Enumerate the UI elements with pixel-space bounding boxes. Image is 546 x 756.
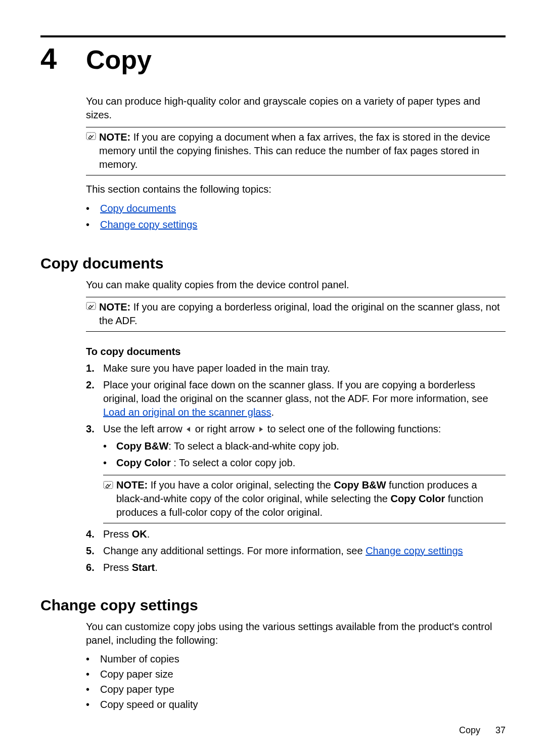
step-1-text: Make sure you have paper loaded in the m… [103, 363, 330, 374]
step-3-sublist: Copy B&W: To select a black-and-white co… [103, 439, 506, 470]
step-4-b: . [147, 528, 150, 540]
step-3-text-a: Use the left arrow [103, 423, 185, 434]
topic-item: Change copy settings [86, 216, 506, 233]
chapter-rule [40, 35, 506, 37]
step-2-text-b: . [271, 407, 274, 418]
sub-item-color: Copy Color : To select a color copy job. [103, 456, 506, 470]
step-2-text-a: Place your original face down on the sca… [103, 379, 488, 404]
copy-color-label: Copy Color [116, 457, 171, 468]
step-2: Place your original face down on the sca… [86, 378, 506, 419]
note-block-color-original: NOTE: If you have a color original, sele… [103, 475, 506, 523]
chapter-header: 4 Copy [40, 41, 506, 75]
list-item: Copy paper type [86, 682, 506, 697]
link-copy-documents[interactable]: Copy documents [100, 200, 176, 216]
note-label: NOTE: [116, 479, 148, 491]
step-5-a: Change any additional settings. For more… [103, 545, 366, 556]
section-title-change-copy-settings: Change copy settings [40, 597, 506, 614]
note-icon [86, 132, 99, 143]
chapter-number: 4 [40, 41, 86, 75]
list-item: Number of copies [86, 651, 506, 666]
page-footer: Copy 37 [459, 725, 506, 736]
left-arrow-icon [185, 423, 192, 436]
setting-item: Copy paper size [100, 666, 173, 682]
note-text: NOTE: If you have a color original, sele… [116, 478, 506, 519]
step-3: Use the left arrow or right arrow to sel… [86, 422, 506, 523]
copy-bw-text: : To select a black-and-white copy job. [168, 440, 339, 452]
note-part-a: If you have a color original, selecting … [151, 479, 334, 491]
step-1: Make sure you have paper loaded in the m… [86, 362, 506, 375]
setting-item: Copy paper type [100, 682, 174, 697]
note-text: NOTE: If you are copying a document when… [99, 130, 506, 171]
step-5: Change any additional settings. For more… [86, 544, 506, 558]
note-body: If you are copying a borderless original… [99, 301, 500, 326]
topic-list: Copy documents Change copy settings [86, 200, 506, 233]
topics-intro: This section contains the following topi… [86, 183, 506, 196]
note-block-fax: NOTE: If you are copying a document when… [86, 127, 506, 175]
note-icon [103, 480, 116, 494]
section-title-copy-documents: Copy documents [40, 255, 506, 272]
intro-paragraph: You can produce high-quality color and g… [86, 95, 506, 122]
note-icon [86, 302, 99, 313]
topic-item: Copy documents [86, 200, 506, 216]
note-color-bold: Copy Color [391, 493, 445, 504]
settings-list: Number of copies Copy paper size Copy pa… [86, 651, 506, 712]
note-bw-bold: Copy B&W [334, 479, 386, 491]
footer-label: Copy [459, 725, 480, 736]
copy-bw-label: Copy B&W [116, 440, 168, 452]
note-text: NOTE: If you are copying a borderless or… [99, 300, 506, 328]
right-arrow-icon [257, 423, 264, 436]
note-body: If you are copying a document when a fax… [99, 131, 490, 170]
step-3-text-c: to select one of the following functions… [264, 423, 441, 434]
step-4-a: Press [103, 528, 132, 540]
step-3-text-b: or right arrow [192, 423, 257, 434]
step-6-b: . [155, 562, 158, 573]
note-block-borderless: NOTE: If you are copying a borderless or… [86, 297, 506, 332]
list-item: Copy speed or quality [86, 697, 506, 712]
step-6: Press Start. [86, 561, 506, 574]
section1-intro: You can make quality copies from the dev… [86, 278, 506, 292]
link-change-copy-settings-inline[interactable]: Change copy settings [366, 545, 463, 556]
setting-item: Number of copies [100, 651, 179, 666]
copy-color-text: : To select a color copy job. [171, 457, 295, 468]
procedure-list: Make sure you have paper loaded in the m… [86, 362, 506, 574]
step-4: Press OK. [86, 527, 506, 541]
setting-item: Copy speed or quality [100, 697, 198, 712]
step-6-a: Press [103, 562, 132, 573]
procedure-title: To copy documents [86, 346, 506, 358]
note-label: NOTE: [99, 131, 130, 143]
link-load-original[interactable]: Load an original on the scanner glass [103, 407, 271, 418]
ok-bold: OK [132, 528, 147, 540]
chapter-title: Copy [86, 45, 152, 75]
section2-intro: You can customize copy jobs using the va… [86, 620, 506, 647]
footer-page-number: 37 [495, 725, 506, 736]
sub-item-bw: Copy B&W: To select a black-and-white co… [103, 439, 506, 453]
list-item: Copy paper size [86, 666, 506, 682]
start-bold: Start [132, 562, 155, 573]
link-change-copy-settings[interactable]: Change copy settings [100, 216, 197, 233]
note-label: NOTE: [99, 301, 130, 313]
